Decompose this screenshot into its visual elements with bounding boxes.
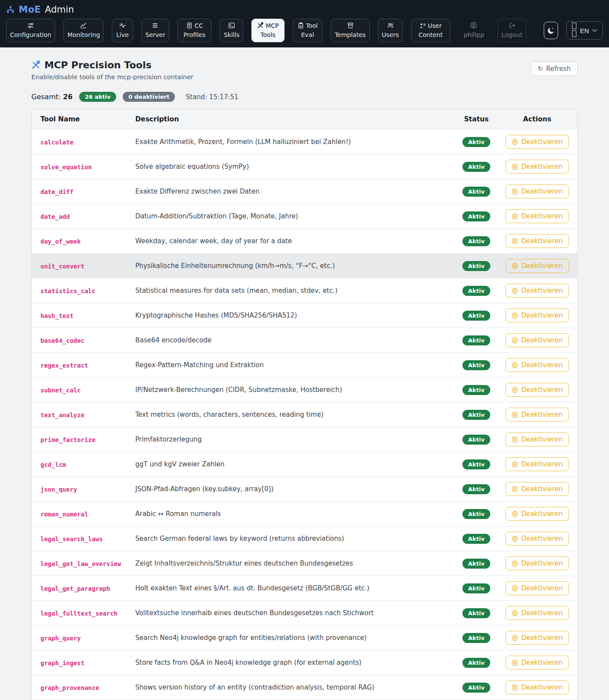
deactivate-button[interactable]: Deaktivieren	[505, 184, 569, 198]
table-row: graph_provenance Shows version history o…	[32, 675, 577, 700]
pause-circle-icon	[512, 486, 518, 492]
nav-configuration[interactable]: Configuration	[6, 19, 55, 42]
tool-description: Exakte Differenz zwischen zwei Daten	[131, 182, 452, 201]
status-badge: Aktiv	[462, 360, 490, 370]
tool-description: Text metrics (words, characters, sentenc…	[131, 405, 452, 424]
table-row: text_analyze Text metrics (words, charac…	[32, 402, 577, 427]
tool-description: Primfaktorzerlegung	[131, 430, 452, 449]
nav-templates[interactable]: Templates	[331, 19, 369, 42]
tool-name: solve_equation	[40, 164, 92, 171]
language-select[interactable]: EN	[566, 21, 603, 40]
status-badge: Aktiv	[462, 211, 490, 221]
tool-name: json_query	[40, 486, 77, 493]
tool-description: IP/Netzwerk-Berechnungen (CIDR, Subnetzm…	[131, 381, 452, 399]
deactivate-button[interactable]: Deaktivieren	[505, 581, 569, 595]
activity-icon	[119, 22, 126, 29]
table-row: regex_extract Regex-Pattern-Matching und…	[32, 352, 577, 377]
deactivate-button[interactable]: Deaktivieren	[505, 358, 569, 372]
nav-monitoring[interactable]: Monitoring	[64, 19, 104, 42]
language-label: EN	[580, 27, 589, 34]
clipboard-chart-icon	[298, 22, 304, 29]
nav-server[interactable]: Server	[141, 19, 169, 42]
server-icon	[152, 22, 158, 29]
table-row: solve_equation Solve algebraic equations…	[32, 154, 577, 179]
deactivate-button[interactable]: Deaktivieren	[505, 556, 569, 570]
table-row: graph_ingest Store facts from Q&A in Neo…	[32, 650, 577, 675]
status-badge: Aktiv	[462, 311, 490, 321]
status-badge: Aktiv	[462, 187, 490, 197]
status-badge: Aktiv	[462, 236, 490, 246]
deactivate-button[interactable]: Deaktivieren	[505, 333, 569, 347]
theme-toggle-button[interactable]	[544, 22, 558, 39]
top-navigation-bar: MoE Admin Configuration Monitoring Live …	[0, 0, 609, 47]
deactivate-button[interactable]: Deaktivieren	[505, 234, 569, 248]
pause-circle-icon	[512, 511, 518, 517]
tool-name: date_add	[40, 213, 70, 220]
table-row: base64_codec Base64 encode/decode Aktiv …	[32, 328, 577, 352]
logout-button[interactable]: Logout	[498, 19, 526, 42]
deactivate-button[interactable]: Deaktivieren	[505, 656, 569, 670]
tool-name: roman_numeral	[40, 511, 88, 518]
status-badge: Aktiv	[462, 459, 490, 469]
deactivate-button[interactable]: Deaktivieren	[505, 383, 569, 397]
table-row: legal_get_paragraph Holt exakten Text ei…	[32, 576, 577, 600]
logout-label: Logout	[502, 31, 522, 38]
deactivate-button[interactable]: Deaktivieren	[505, 284, 569, 298]
deactivate-button[interactable]: Deaktivieren	[505, 631, 569, 645]
pause-circle-icon	[512, 387, 518, 393]
deactivate-button[interactable]: Deaktivieren	[505, 457, 569, 471]
tool-name: legal_search_laws	[40, 536, 103, 543]
deactivate-button[interactable]: Deaktivieren	[505, 507, 569, 521]
deactivate-button[interactable]: Deaktivieren	[505, 680, 569, 694]
deactivate-button[interactable]: Deaktivieren	[505, 209, 569, 223]
deactivate-button[interactable]: Deaktivieren	[505, 432, 569, 446]
inactive-count-badge: 0 deaktiviert	[123, 92, 175, 102]
pause-circle-icon	[512, 412, 518, 418]
total-count: Gesamt: 26	[31, 93, 73, 101]
deactivate-button[interactable]: Deaktivieren	[505, 532, 569, 546]
deactivate-button[interactable]: Deaktivieren	[505, 482, 569, 496]
table-row: hash_text Kryptographische Hashes (MD5/S…	[32, 303, 577, 328]
column-header-status: Status	[452, 109, 504, 129]
nav-user-content[interactable]: User Content	[411, 19, 450, 42]
tool-description: Physikalische Einheitenumrechnung (km/h→…	[131, 257, 452, 275]
tool-name: regex_extract	[40, 362, 88, 369]
tool-name: graph_ingest	[40, 660, 84, 667]
table-row: legal_get_law_overview Zeigt Inhaltsverz…	[32, 551, 577, 576]
tools-icon	[257, 22, 264, 29]
tool-name: legal_get_law_overview	[40, 560, 121, 567]
pause-circle-icon	[512, 213, 518, 220]
status-badge: Aktiv	[462, 335, 490, 345]
tool-description: Weekday, calendar week, day of year for …	[131, 232, 452, 250]
nav-skills[interactable]: Skills	[220, 19, 243, 42]
status-badge: Aktiv	[462, 410, 490, 420]
nav-tool-eval[interactable]: Tool Eval	[293, 19, 323, 42]
user-lines-icon	[419, 22, 426, 29]
deactivate-button[interactable]: Deaktivieren	[505, 160, 569, 174]
deactivate-button[interactable]: Deaktivieren	[505, 259, 569, 273]
active-count-badge: 26 aktiv	[79, 92, 116, 102]
column-header-tool-name: Tool Name	[32, 109, 131, 129]
nav-live[interactable]: Live	[112, 19, 133, 42]
tool-name: day_of_week	[40, 238, 81, 245]
table-row: prime_factorize Primfaktorzerlegung Akti…	[32, 427, 577, 452]
nav-cc-profiles[interactable]: CC Profiles	[177, 19, 212, 42]
nav-label: Configuration	[10, 31, 51, 38]
nav-mcp-tools[interactable]: MCP Tools	[251, 19, 284, 42]
tool-name: calculate	[40, 139, 74, 146]
table-row: date_diff Exakte Differenz zwischen zwei…	[32, 179, 577, 204]
refresh-button[interactable]: ↻ Refresh	[531, 61, 578, 76]
tool-description: ggT und kgV zweier Zahlen	[131, 455, 452, 473]
pause-circle-icon	[512, 337, 518, 344]
status-badge: Aktiv	[462, 658, 490, 668]
deactivate-button[interactable]: Deaktivieren	[505, 308, 569, 322]
deactivate-button[interactable]: Deaktivieren	[505, 135, 569, 149]
deactivate-button[interactable]: Deaktivieren	[505, 408, 569, 422]
sitemap-logo-icon	[6, 5, 15, 14]
tools-icon	[31, 60, 40, 70]
table-row: gcd_lcm ggT und kgV zweier Zahlen Aktiv …	[32, 452, 577, 476]
nav-users[interactable]: Users	[378, 19, 403, 42]
deactivate-button[interactable]: Deaktivieren	[505, 606, 569, 620]
user-menu[interactable]: philipp	[458, 19, 489, 42]
tool-description: Search Neo4j knowledge graph for entitie…	[131, 629, 452, 647]
